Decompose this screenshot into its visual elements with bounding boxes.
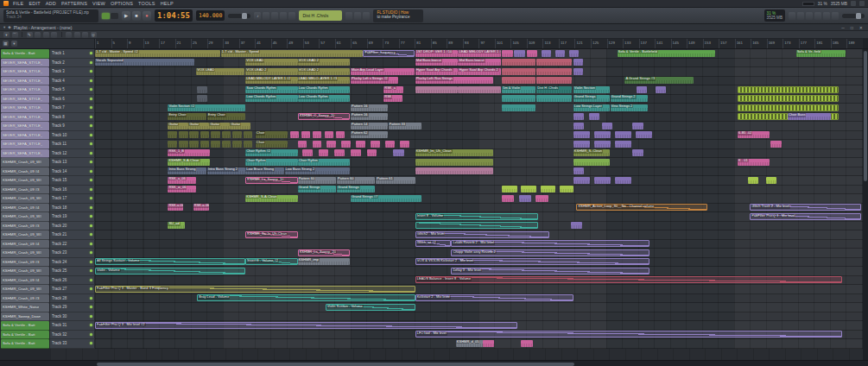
clip[interactable]	[301, 131, 310, 138]
track-mute-led[interactable]	[90, 224, 92, 227]
ruler-tick[interactable]: 93	[463, 39, 479, 48]
clip[interactable]: 1-T cld - Master - Speed	[221, 50, 363, 57]
clip[interactable]	[502, 77, 535, 84]
clip[interactable]	[738, 86, 839, 93]
ruler-tick[interactable]: 137	[639, 39, 656, 48]
loop-record-icon[interactable]	[280, 12, 287, 20]
clip[interactable]	[415, 159, 494, 166]
clip[interactable]: Low Chords Rythm	[298, 95, 350, 102]
track-header[interactable]: Track 25	[50, 267, 95, 276]
clip[interactable]	[573, 59, 584, 66]
picker-item[interactable]: KSHMR_Crash_09_W#	[1, 249, 49, 258]
clip[interactable]	[770, 141, 781, 148]
clip[interactable]: KSHMR_lm_Uh_Clean	[415, 149, 494, 156]
clip[interactable]: Hyper Saw/ Arp Chords 2	[458, 68, 501, 75]
track-lane[interactable]: KSHMR_Sw-In_Uh-CleanGlitch2 - Mix level	[95, 230, 863, 240]
clip[interactable]	[573, 123, 584, 129]
ruler-tick[interactable]: 101	[495, 39, 511, 48]
clip[interactable]: Intro Bass Strong	[168, 167, 206, 174]
picker-item[interactable]: Sofa & Vertile - Batt	[1, 321, 49, 331]
clip[interactable]	[527, 50, 537, 57]
clip[interactable]: RSK_1_B	[168, 149, 210, 156]
track-header[interactable]: Track 31	[50, 321, 95, 331]
track-mute-led[interactable]	[90, 61, 92, 64]
clip[interactable]: KSHMR_Lo_Sweep_20	[298, 249, 350, 256]
clip[interactable]	[536, 68, 572, 75]
track-header[interactable]: Track 1	[50, 49, 95, 59]
master-volume-slider[interactable]	[842, 14, 865, 18]
cut-tool-icon[interactable]	[43, 32, 49, 38]
clip[interactable]: K - 01	[738, 159, 770, 166]
draw-tool-icon[interactable]: ✎	[27, 32, 33, 38]
clip[interactable]	[766, 177, 776, 184]
magnet-tool-icon[interactable]: ⌒	[12, 32, 18, 38]
track-mute-led[interactable]	[90, 134, 92, 136]
track-header[interactable]: Track 32	[50, 331, 95, 340]
track-lane[interactable]: FabFilter Pro-Q 3 - Master - Band 3 Freq…	[95, 285, 863, 294]
clip[interactable]	[738, 95, 839, 102]
minimize-icon[interactable]: ─	[839, 25, 846, 30]
clip[interactable]: Mid Bass-lowcut	[458, 59, 501, 66]
track-mute-led[interactable]	[90, 269, 92, 272]
ruler-tick[interactable]: 57	[319, 39, 335, 48]
ruler-tick[interactable]: 25	[191, 39, 207, 48]
track-mute-led[interactable]	[90, 52, 92, 54]
picker-item[interactable]: SEVER_SEFA_STYLE_	[1, 67, 49, 77]
track-header[interactable]: Track 11	[50, 140, 95, 149]
clip[interactable]	[502, 104, 535, 111]
clip[interactable]: Grand Strings	[337, 186, 375, 192]
picker-filter-icon[interactable]: ▾	[11, 41, 17, 47]
track-lane[interactable]: Violin Sustain - Volume	[95, 303, 863, 312]
clip[interactable]	[313, 131, 321, 138]
clip[interactable]	[573, 177, 591, 184]
ruler-tick[interactable]: 1	[95, 39, 111, 48]
zoom-tool-icon[interactable]: ◎	[91, 32, 97, 38]
ruler-tick[interactable]: 105	[510, 39, 527, 48]
mixer-window-icon[interactable]	[814, 12, 821, 20]
track-header[interactable]: Track 7	[50, 104, 95, 113]
ruler-tick[interactable]: 85	[431, 39, 447, 48]
ruler-tick[interactable]: 49	[287, 39, 303, 48]
track-mute-led[interactable]	[90, 315, 92, 318]
track-header[interactable]: Track 33	[50, 339, 95, 349]
clip[interactable]	[569, 50, 579, 57]
ruler-tick[interactable]: 33	[223, 39, 239, 48]
track-lane[interactable]	[95, 312, 863, 322]
clip[interactable]: Hyper Saw/ Arp Chords	[415, 68, 459, 75]
clip[interactable]: VOX & VIOLIN Kickstart 2 - Mix level	[415, 258, 649, 265]
clip[interactable]: Glitch_wt #2	[415, 240, 451, 247]
clip[interactable]: Vocals Separated	[95, 59, 194, 66]
piano-roll-window-icon[interactable]	[797, 12, 804, 20]
countdown-icon[interactable]	[271, 12, 278, 20]
picker-item[interactable]: KSHMR_Crash_09_W#	[1, 194, 49, 204]
track-lane[interactable]: Entry ChoirEntry ChoirKSHMR_C_Sweep_20Pa…	[95, 113, 863, 123]
clip[interactable]: FabFilter Pro-Q 3 - Master - Band 3 Freq…	[95, 286, 415, 293]
clip[interactable]: Insert 8 - Volume	[415, 213, 538, 220]
track-header[interactable]: Track 13	[50, 158, 95, 167]
clip[interactable]	[615, 141, 632, 148]
track-header[interactable]: Track 19	[50, 212, 95, 222]
track-lane[interactable]: KSHMR_S-A-CleanChoir RythmChoir RythmK -…	[95, 158, 863, 167]
clip[interactable]: Choir Bass	[788, 113, 831, 120]
clip[interactable]: Sofa & Ve..field	[796, 50, 846, 57]
plugin-picker-icon[interactable]	[832, 12, 839, 20]
track-lane[interactable]: FabFilter Pro-Q 3 - Mix level #2	[95, 321, 863, 331]
menu-item-patterns[interactable]: PATTERNS	[61, 1, 87, 6]
picker-item[interactable]: KSHMR_Crash_09_W#	[1, 230, 49, 240]
ruler-tick[interactable]: 65	[351, 39, 367, 48]
track-header[interactable]: Track 2	[50, 59, 95, 68]
clip[interactable]: A Grand Strings #3	[624, 77, 694, 84]
track-mute-led[interactable]	[90, 261, 92, 263]
clip[interactable]	[555, 50, 565, 57]
clip[interactable]	[571, 222, 581, 229]
pattern-selector[interactable]: Dist H .Chrds	[299, 10, 342, 21]
clip[interactable]	[536, 59, 572, 66]
clip[interactable]: Dist H .Chrds	[536, 86, 572, 93]
clip[interactable]	[573, 131, 591, 138]
track-mute-led[interactable]	[90, 206, 92, 209]
browser-window-icon[interactable]	[823, 12, 830, 20]
picker-view-icon[interactable]: ▦	[3, 41, 9, 47]
ruler-tick[interactable]: 145	[671, 39, 687, 48]
clip[interactable]: Bray Lead - Volume	[197, 294, 415, 301]
menu-item-help[interactable]: HELP	[161, 1, 174, 6]
